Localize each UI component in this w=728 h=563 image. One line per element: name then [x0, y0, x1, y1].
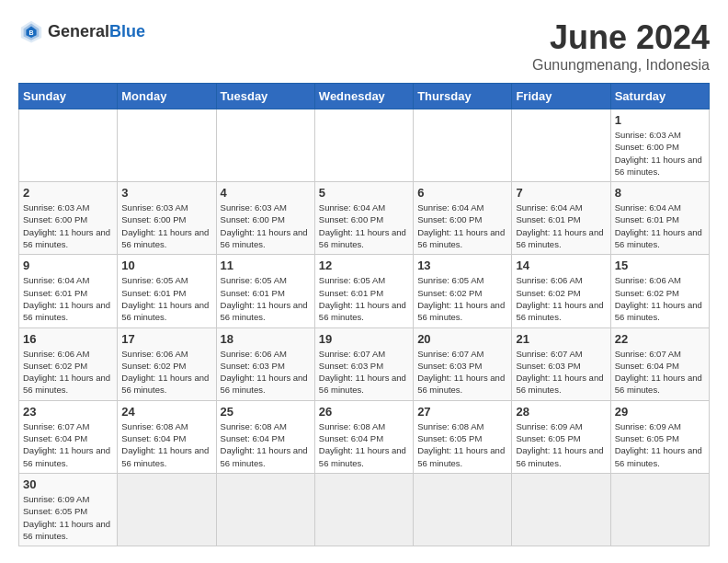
week-row-1: 2Sunrise: 6:03 AMSunset: 6:00 PMDaylight… — [19, 182, 710, 255]
day-number: 11 — [221, 259, 311, 272]
week-row-5: 30Sunrise: 6:09 AMSunset: 6:05 PMDayligh… — [19, 473, 710, 546]
day-info: Sunrise: 6:07 AMSunset: 6:04 PMDaylight:… — [615, 348, 705, 396]
day-cell — [512, 109, 610, 182]
day-number: 17 — [121, 332, 211, 346]
day-cell — [19, 109, 118, 182]
day-cell — [314, 109, 413, 182]
day-info: Sunrise: 6:09 AMSunset: 6:05 PMDaylight:… — [615, 420, 705, 469]
day-number: 20 — [417, 332, 507, 346]
day-number: 9 — [23, 259, 113, 272]
day-cell — [216, 109, 314, 182]
day-number: 1 — [615, 113, 705, 127]
logo-icon: B — [18, 18, 44, 44]
day-cell: 11Sunrise: 6:05 AMSunset: 6:01 PMDayligh… — [216, 255, 314, 327]
weekday-header-monday: Monday — [118, 84, 216, 109]
day-number: 29 — [615, 405, 705, 419]
day-cell: 4Sunrise: 6:03 AMSunset: 6:00 PMDaylight… — [216, 182, 314, 255]
day-cell: 26Sunrise: 6:08 AMSunset: 6:04 PMDayligh… — [314, 400, 413, 473]
location-title: Gunungmenang, Indonesia — [532, 57, 710, 74]
day-cell: 10Sunrise: 6:05 AMSunset: 6:01 PMDayligh… — [118, 255, 216, 327]
day-number: 5 — [319, 186, 409, 200]
weekday-header-saturday: Saturday — [610, 84, 709, 109]
day-info: Sunrise: 6:05 AMSunset: 6:01 PMDaylight:… — [121, 274, 211, 323]
day-info: Sunrise: 6:09 AMSunset: 6:05 PMDaylight:… — [23, 493, 113, 542]
day-info: Sunrise: 6:08 AMSunset: 6:04 PMDaylight:… — [221, 420, 311, 469]
day-number: 10 — [121, 259, 211, 272]
day-cell: 27Sunrise: 6:08 AMSunset: 6:05 PMDayligh… — [414, 400, 512, 473]
logo-blue: Blue — [109, 22, 145, 40]
day-cell — [314, 473, 413, 546]
week-row-3: 16Sunrise: 6:06 AMSunset: 6:02 PMDayligh… — [19, 327, 710, 400]
day-info: Sunrise: 6:07 AMSunset: 6:03 PMDaylight:… — [319, 348, 409, 396]
day-cell: 7Sunrise: 6:04 AMSunset: 6:01 PMDaylight… — [512, 182, 610, 255]
day-cell: 25Sunrise: 6:08 AMSunset: 6:04 PMDayligh… — [216, 400, 314, 473]
month-title: June 2024 — [532, 18, 710, 57]
day-number: 22 — [615, 332, 705, 346]
day-number: 16 — [23, 332, 113, 346]
week-row-4: 23Sunrise: 6:07 AMSunset: 6:04 PMDayligh… — [19, 400, 710, 473]
day-info: Sunrise: 6:08 AMSunset: 6:04 PMDaylight:… — [121, 420, 211, 469]
day-info: Sunrise: 6:04 AMSunset: 6:00 PMDaylight:… — [417, 201, 507, 250]
day-cell: 14Sunrise: 6:06 AMSunset: 6:02 PMDayligh… — [512, 255, 610, 327]
day-number: 26 — [319, 405, 409, 419]
day-number: 21 — [516, 332, 606, 346]
day-cell — [512, 473, 610, 546]
day-number: 7 — [516, 186, 606, 200]
day-number: 12 — [319, 259, 409, 272]
day-info: Sunrise: 6:03 AMSunset: 6:00 PMDaylight:… — [121, 201, 211, 250]
day-cell: 2Sunrise: 6:03 AMSunset: 6:00 PMDaylight… — [19, 182, 118, 255]
day-info: Sunrise: 6:09 AMSunset: 6:05 PMDaylight:… — [516, 420, 606, 469]
day-cell: 18Sunrise: 6:06 AMSunset: 6:03 PMDayligh… — [216, 327, 314, 400]
day-cell — [414, 109, 512, 182]
day-info: Sunrise: 6:03 AMSunset: 6:00 PMDaylight:… — [23, 201, 113, 250]
day-cell: 3Sunrise: 6:03 AMSunset: 6:00 PMDaylight… — [118, 182, 216, 255]
day-info: Sunrise: 6:07 AMSunset: 6:04 PMDaylight:… — [23, 420, 113, 469]
day-cell: 30Sunrise: 6:09 AMSunset: 6:05 PMDayligh… — [19, 473, 118, 546]
weekday-header-thursday: Thursday — [414, 84, 512, 109]
day-info: Sunrise: 6:04 AMSunset: 6:01 PMDaylight:… — [516, 201, 606, 250]
day-info: Sunrise: 6:07 AMSunset: 6:03 PMDaylight:… — [516, 348, 606, 396]
day-cell — [414, 473, 512, 546]
day-info: Sunrise: 6:06 AMSunset: 6:02 PMDaylight:… — [121, 348, 211, 396]
day-info: Sunrise: 6:06 AMSunset: 6:02 PMDaylight:… — [23, 348, 113, 396]
logo: B GeneralBlue — [18, 18, 145, 44]
day-number: 4 — [221, 186, 311, 200]
day-info: Sunrise: 6:08 AMSunset: 6:04 PMDaylight:… — [319, 420, 409, 469]
day-info: Sunrise: 6:04 AMSunset: 6:01 PMDaylight:… — [23, 274, 113, 323]
day-number: 25 — [221, 405, 311, 419]
day-info: Sunrise: 6:04 AMSunset: 6:00 PMDaylight:… — [319, 201, 409, 250]
day-cell: 1Sunrise: 6:03 AMSunset: 6:00 PMDaylight… — [610, 109, 709, 182]
day-number: 27 — [417, 405, 507, 419]
day-info: Sunrise: 6:03 AMSunset: 6:00 PMDaylight:… — [221, 201, 311, 250]
calendar: SundayMondayTuesdayWednesdayThursdayFrid… — [18, 83, 710, 546]
day-info: Sunrise: 6:08 AMSunset: 6:05 PMDaylight:… — [417, 420, 507, 469]
day-cell: 9Sunrise: 6:04 AMSunset: 6:01 PMDaylight… — [19, 255, 118, 327]
day-info: Sunrise: 6:06 AMSunset: 6:02 PMDaylight:… — [615, 274, 705, 323]
day-cell — [610, 473, 709, 546]
day-info: Sunrise: 6:06 AMSunset: 6:03 PMDaylight:… — [221, 348, 311, 396]
svg-text:B: B — [28, 29, 33, 36]
week-row-0: 1Sunrise: 6:03 AMSunset: 6:00 PMDaylight… — [19, 109, 710, 182]
day-cell: 22Sunrise: 6:07 AMSunset: 6:04 PMDayligh… — [610, 327, 709, 400]
day-cell: 5Sunrise: 6:04 AMSunset: 6:00 PMDaylight… — [314, 182, 413, 255]
weekday-header-wednesday: Wednesday — [314, 84, 413, 109]
day-number: 3 — [121, 186, 211, 200]
day-number: 6 — [417, 186, 507, 200]
day-cell: 8Sunrise: 6:04 AMSunset: 6:01 PMDaylight… — [610, 182, 709, 255]
day-cell: 15Sunrise: 6:06 AMSunset: 6:02 PMDayligh… — [610, 255, 709, 327]
day-info: Sunrise: 6:05 AMSunset: 6:02 PMDaylight:… — [417, 274, 507, 323]
day-cell: 13Sunrise: 6:05 AMSunset: 6:02 PMDayligh… — [414, 255, 512, 327]
title-area: June 2024 Gunungmenang, Indonesia — [532, 18, 710, 74]
day-cell: 24Sunrise: 6:08 AMSunset: 6:04 PMDayligh… — [118, 400, 216, 473]
logo-text: GeneralBlue — [48, 22, 145, 41]
page-header: B GeneralBlue June 2024 Gunungmenang, In… — [18, 18, 710, 74]
day-cell — [118, 473, 216, 546]
day-cell: 20Sunrise: 6:07 AMSunset: 6:03 PMDayligh… — [414, 327, 512, 400]
day-cell — [216, 473, 314, 546]
weekday-header-sunday: Sunday — [19, 84, 118, 109]
day-cell: 17Sunrise: 6:06 AMSunset: 6:02 PMDayligh… — [118, 327, 216, 400]
day-cell: 29Sunrise: 6:09 AMSunset: 6:05 PMDayligh… — [610, 400, 709, 473]
day-number: 2 — [23, 186, 113, 200]
day-info: Sunrise: 6:03 AMSunset: 6:00 PMDaylight:… — [615, 129, 705, 178]
day-cell — [118, 109, 216, 182]
